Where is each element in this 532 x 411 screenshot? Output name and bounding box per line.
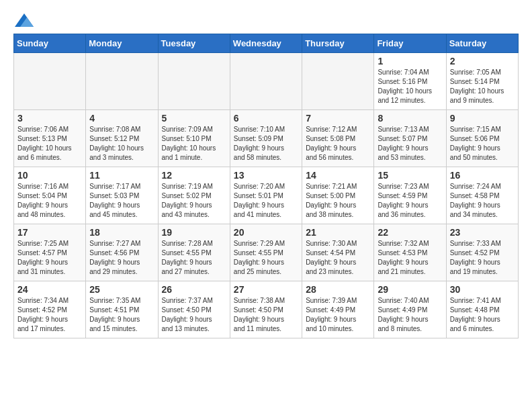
day-cell-17: 17Sunrise: 7:25 AM Sunset: 4:57 PM Dayli… bbox=[14, 224, 86, 281]
week-row-2: 3Sunrise: 7:06 AM Sunset: 5:13 PM Daylig… bbox=[14, 110, 519, 167]
day-number: 18 bbox=[89, 227, 154, 238]
day-cell-9: 9Sunrise: 7:15 AM Sunset: 5:06 PM Daylig… bbox=[446, 110, 518, 167]
day-info: Sunrise: 7:17 AM Sunset: 5:03 PM Dayligh… bbox=[89, 182, 154, 220]
day-number: 15 bbox=[378, 170, 442, 181]
day-cell-12: 12Sunrise: 7:19 AM Sunset: 5:02 PM Dayli… bbox=[158, 167, 230, 224]
day-cell-24: 24Sunrise: 7:34 AM Sunset: 4:52 PM Dayli… bbox=[14, 281, 86, 338]
day-number: 14 bbox=[306, 170, 370, 181]
day-info: Sunrise: 7:25 AM Sunset: 4:57 PM Dayligh… bbox=[17, 239, 82, 277]
day-info: Sunrise: 7:06 AM Sunset: 5:13 PM Dayligh… bbox=[17, 125, 82, 163]
day-cell-11: 11Sunrise: 7:17 AM Sunset: 5:03 PM Dayli… bbox=[86, 167, 158, 224]
day-cell-28: 28Sunrise: 7:39 AM Sunset: 4:49 PM Dayli… bbox=[302, 281, 374, 338]
day-cell-19: 19Sunrise: 7:28 AM Sunset: 4:55 PM Dayli… bbox=[158, 224, 230, 281]
day-number: 23 bbox=[450, 227, 515, 238]
week-row-3: 10Sunrise: 7:16 AM Sunset: 5:04 PM Dayli… bbox=[14, 167, 519, 224]
day-number: 10 bbox=[17, 170, 82, 181]
day-number: 3 bbox=[17, 113, 82, 124]
day-header-thursday: Thursday bbox=[302, 34, 374, 53]
day-number: 4 bbox=[89, 113, 154, 124]
day-cell-27: 27Sunrise: 7:38 AM Sunset: 4:50 PM Dayli… bbox=[230, 281, 302, 338]
empty-cell bbox=[158, 53, 230, 110]
day-header-wednesday: Wednesday bbox=[230, 34, 302, 53]
day-cell-6: 6Sunrise: 7:10 AM Sunset: 5:09 PM Daylig… bbox=[230, 110, 302, 167]
day-number: 29 bbox=[378, 284, 442, 295]
day-info: Sunrise: 7:38 AM Sunset: 4:50 PM Dayligh… bbox=[234, 296, 298, 334]
logo-icon bbox=[15, 13, 34, 27]
day-number: 2 bbox=[450, 56, 515, 66]
header bbox=[13, 13, 519, 27]
day-number: 17 bbox=[17, 227, 82, 238]
empty-cell bbox=[14, 53, 86, 110]
day-info: Sunrise: 7:23 AM Sunset: 4:59 PM Dayligh… bbox=[378, 182, 442, 220]
week-row-5: 24Sunrise: 7:34 AM Sunset: 4:52 PM Dayli… bbox=[14, 281, 519, 338]
calendar-table: SundayMondayTuesdayWednesdayThursdayFrid… bbox=[13, 34, 519, 338]
day-number: 7 bbox=[306, 113, 370, 124]
day-info: Sunrise: 7:15 AM Sunset: 5:06 PM Dayligh… bbox=[450, 125, 515, 163]
day-cell-3: 3Sunrise: 7:06 AM Sunset: 5:13 PM Daylig… bbox=[14, 110, 86, 167]
day-cell-30: 30Sunrise: 7:41 AM Sunset: 4:48 PM Dayli… bbox=[446, 281, 518, 338]
day-info: Sunrise: 7:35 AM Sunset: 4:51 PM Dayligh… bbox=[89, 296, 154, 334]
day-number: 1 bbox=[378, 56, 442, 66]
day-cell-22: 22Sunrise: 7:32 AM Sunset: 4:53 PM Dayli… bbox=[374, 224, 446, 281]
day-info: Sunrise: 7:12 AM Sunset: 5:08 PM Dayligh… bbox=[306, 125, 370, 163]
day-number: 11 bbox=[89, 170, 154, 181]
empty-cell bbox=[302, 53, 374, 110]
day-info: Sunrise: 7:41 AM Sunset: 4:48 PM Dayligh… bbox=[450, 296, 515, 334]
day-cell-10: 10Sunrise: 7:16 AM Sunset: 5:04 PM Dayli… bbox=[14, 167, 86, 224]
day-number: 16 bbox=[450, 170, 515, 181]
day-cell-4: 4Sunrise: 7:08 AM Sunset: 5:12 PM Daylig… bbox=[86, 110, 158, 167]
day-header-monday: Monday bbox=[86, 34, 158, 53]
day-cell-8: 8Sunrise: 7:13 AM Sunset: 5:07 PM Daylig… bbox=[374, 110, 446, 167]
day-info: Sunrise: 7:34 AM Sunset: 4:52 PM Dayligh… bbox=[17, 296, 82, 334]
week-row-4: 17Sunrise: 7:25 AM Sunset: 4:57 PM Dayli… bbox=[14, 224, 519, 281]
day-number: 12 bbox=[162, 170, 226, 181]
day-number: 30 bbox=[450, 284, 515, 295]
day-info: Sunrise: 7:37 AM Sunset: 4:50 PM Dayligh… bbox=[162, 296, 226, 334]
day-info: Sunrise: 7:32 AM Sunset: 4:53 PM Dayligh… bbox=[378, 239, 442, 277]
day-number: 13 bbox=[234, 170, 298, 181]
day-info: Sunrise: 7:39 AM Sunset: 4:49 PM Dayligh… bbox=[306, 296, 370, 334]
empty-cell bbox=[230, 53, 302, 110]
day-cell-15: 15Sunrise: 7:23 AM Sunset: 4:59 PM Dayli… bbox=[374, 167, 446, 224]
day-info: Sunrise: 7:13 AM Sunset: 5:07 PM Dayligh… bbox=[378, 125, 442, 163]
day-header-friday: Friday bbox=[374, 34, 446, 53]
empty-cell bbox=[86, 53, 158, 110]
day-number: 26 bbox=[162, 284, 226, 295]
day-info: Sunrise: 7:28 AM Sunset: 4:55 PM Dayligh… bbox=[162, 239, 226, 277]
day-info: Sunrise: 7:21 AM Sunset: 5:00 PM Dayligh… bbox=[306, 182, 370, 220]
day-header-sunday: Sunday bbox=[14, 34, 86, 53]
day-info: Sunrise: 7:10 AM Sunset: 5:09 PM Dayligh… bbox=[234, 125, 298, 163]
day-number: 28 bbox=[306, 284, 370, 295]
day-info: Sunrise: 7:29 AM Sunset: 4:55 PM Dayligh… bbox=[234, 239, 298, 277]
day-info: Sunrise: 7:30 AM Sunset: 4:54 PM Dayligh… bbox=[306, 239, 370, 277]
day-number: 22 bbox=[378, 227, 442, 238]
day-info: Sunrise: 7:40 AM Sunset: 4:49 PM Dayligh… bbox=[378, 296, 442, 334]
day-info: Sunrise: 7:16 AM Sunset: 5:04 PM Dayligh… bbox=[17, 182, 82, 220]
day-cell-16: 16Sunrise: 7:24 AM Sunset: 4:58 PM Dayli… bbox=[446, 167, 518, 224]
day-number: 24 bbox=[17, 284, 82, 295]
day-cell-1: 1Sunrise: 7:04 AM Sunset: 5:16 PM Daylig… bbox=[374, 53, 446, 110]
day-info: Sunrise: 7:33 AM Sunset: 4:52 PM Dayligh… bbox=[450, 239, 515, 277]
day-info: Sunrise: 7:24 AM Sunset: 4:58 PM Dayligh… bbox=[450, 182, 515, 220]
day-info: Sunrise: 7:04 AM Sunset: 5:16 PM Dayligh… bbox=[378, 68, 442, 105]
day-number: 19 bbox=[162, 227, 226, 238]
day-cell-23: 23Sunrise: 7:33 AM Sunset: 4:52 PM Dayli… bbox=[446, 224, 518, 281]
day-number: 8 bbox=[378, 113, 442, 124]
day-number: 27 bbox=[234, 284, 298, 295]
day-cell-5: 5Sunrise: 7:09 AM Sunset: 5:10 PM Daylig… bbox=[158, 110, 230, 167]
day-cell-14: 14Sunrise: 7:21 AM Sunset: 5:00 PM Dayli… bbox=[302, 167, 374, 224]
day-cell-29: 29Sunrise: 7:40 AM Sunset: 4:49 PM Dayli… bbox=[374, 281, 446, 338]
day-number: 20 bbox=[234, 227, 298, 238]
day-number: 21 bbox=[306, 227, 370, 238]
calendar-header-row: SundayMondayTuesdayWednesdayThursdayFrid… bbox=[14, 34, 519, 53]
day-info: Sunrise: 7:05 AM Sunset: 5:14 PM Dayligh… bbox=[450, 68, 515, 105]
day-number: 6 bbox=[234, 113, 298, 124]
day-cell-20: 20Sunrise: 7:29 AM Sunset: 4:55 PM Dayli… bbox=[230, 224, 302, 281]
week-row-1: 1Sunrise: 7:04 AM Sunset: 5:16 PM Daylig… bbox=[14, 53, 519, 110]
day-cell-26: 26Sunrise: 7:37 AM Sunset: 4:50 PM Dayli… bbox=[158, 281, 230, 338]
day-info: Sunrise: 7:09 AM Sunset: 5:10 PM Dayligh… bbox=[162, 125, 226, 163]
day-info: Sunrise: 7:08 AM Sunset: 5:12 PM Dayligh… bbox=[89, 125, 154, 163]
logo bbox=[13, 13, 34, 27]
day-cell-21: 21Sunrise: 7:30 AM Sunset: 4:54 PM Dayli… bbox=[302, 224, 374, 281]
day-header-saturday: Saturday bbox=[446, 34, 518, 53]
